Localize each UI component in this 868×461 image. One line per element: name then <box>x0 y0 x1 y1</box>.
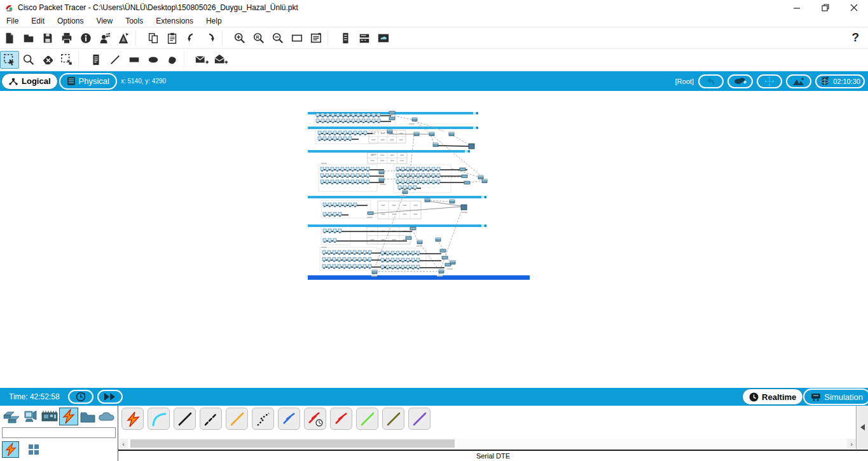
draw-freeform-tool-button[interactable] <box>163 51 182 69</box>
elapsed-time: Time: 42:52:58 <box>9 392 60 401</box>
menu-item-file[interactable]: File <box>0 15 25 27</box>
category-end-devices[interactable] <box>21 408 40 425</box>
zoom-in-button[interactable] <box>230 29 249 47</box>
add-complex-pdu-button[interactable] <box>211 51 230 69</box>
cluster-cloud-icon <box>733 76 747 86</box>
connection-automatic[interactable] <box>121 408 144 430</box>
category-network-devices[interactable] <box>2 408 21 425</box>
scroll-right-arrow[interactable]: › <box>847 439 856 448</box>
simulation-icon <box>811 392 821 401</box>
connection-usb[interactable] <box>408 408 431 430</box>
print-button[interactable] <box>57 29 76 47</box>
custom-devices-dialog-button[interactable] <box>307 29 326 47</box>
scroll-left-arrow[interactable]: ‹ <box>119 439 128 448</box>
undo-button[interactable] <box>182 29 201 47</box>
paste-button[interactable] <box>163 29 182 47</box>
zoom-out-button[interactable] <box>268 29 287 47</box>
menu-item-tools[interactable]: Tools <box>119 15 149 27</box>
save-button[interactable] <box>38 29 57 47</box>
back-button[interactable] <box>698 74 724 88</box>
copy-button[interactable] <box>144 29 163 47</box>
topology-canvas <box>0 91 868 388</box>
draw-rectangle-tool-button[interactable] <box>125 51 144 69</box>
window-title: Cisco Packet Tracer - C:\Users\ÜNLÜ\Desk… <box>18 3 298 12</box>
activity-wizard-button[interactable] <box>95 29 114 47</box>
category-miscellaneous[interactable] <box>78 408 97 425</box>
inspect-tool-button[interactable] <box>19 51 38 69</box>
delete-tool-button[interactable] <box>38 51 57 69</box>
draw-line-tool-button[interactable] <box>106 51 125 69</box>
open-file-button[interactable] <box>19 29 38 47</box>
environment-time: 02:10:30 <box>833 78 860 85</box>
connection-serial-dce[interactable] <box>304 408 326 430</box>
redo-button[interactable] <box>201 29 220 47</box>
subcategory-connections[interactable] <box>2 441 19 458</box>
connection-console[interactable] <box>148 408 170 430</box>
background-image-icon <box>792 77 805 86</box>
connection-fiber[interactable] <box>226 408 248 430</box>
move-object-button[interactable] <box>757 74 782 88</box>
restore-button[interactable] <box>811 0 839 15</box>
menu-item-options[interactable]: Options <box>51 15 90 27</box>
device-template-manager-button[interactable] <box>336 29 355 47</box>
connection-copper-straight-through[interactable] <box>174 408 196 430</box>
category-components[interactable] <box>40 408 59 425</box>
category-connections[interactable] <box>59 408 78 425</box>
tab-simulation[interactable]: Simulation <box>803 389 868 405</box>
device-type-palette <box>0 406 118 461</box>
connection-iot-custom-cable[interactable] <box>382 408 404 430</box>
drawing-palette-button[interactable] <box>287 29 307 47</box>
resize-shape-tool-button[interactable] <box>57 51 76 69</box>
add-simple-pdu-button[interactable] <box>192 51 211 69</box>
draw-ellipse-tool-button[interactable] <box>144 51 163 69</box>
multiuser-wizard-button[interactable] <box>114 29 134 47</box>
tab-physical[interactable]: Physical <box>59 73 117 90</box>
scrollbar-thumb[interactable] <box>130 439 455 448</box>
cloud-image-button[interactable] <box>374 29 393 47</box>
connection-scrollbar[interactable]: ‹ › <box>119 439 856 448</box>
collapse-left-icon <box>860 423 865 431</box>
svg-text:R: R <box>256 34 260 40</box>
device-view-button[interactable] <box>355 29 374 47</box>
menu-item-extensions[interactable]: Extensions <box>149 15 200 27</box>
tab-logical[interactable]: Logical <box>1 73 58 90</box>
new-cluster-button[interactable] <box>727 74 753 88</box>
tab-realtime[interactable]: Realtime <box>742 389 803 405</box>
realtime-clock-icon <box>749 392 759 402</box>
workspace-bar: Logical Physical x: 5140, y: 4290 [Root]… <box>0 71 868 91</box>
info-button[interactable] <box>76 29 95 47</box>
connection-serial-dte[interactable] <box>330 408 352 430</box>
minimize-button[interactable] <box>782 0 811 15</box>
zoom-reset-button[interactable]: R <box>249 29 268 47</box>
main-toolbar: R ? <box>0 28 868 49</box>
menu-item-help[interactable]: Help <box>200 15 228 27</box>
menu-item-view[interactable]: View <box>90 15 119 27</box>
logical-icon <box>8 77 18 86</box>
connection-type-row <box>119 406 856 430</box>
connection-coaxial[interactable] <box>278 408 300 430</box>
globe-clock-icon <box>820 76 830 86</box>
select-tool-button[interactable] <box>0 51 19 69</box>
root-breadcrumb: [Root] <box>675 78 694 85</box>
workspace-canvas[interactable] <box>0 91 868 388</box>
physical-icon <box>67 76 76 86</box>
set-background-button[interactable] <box>786 74 811 88</box>
power-cycle-button[interactable] <box>68 390 93 404</box>
selected-connection-label: Serial DTE <box>476 452 510 460</box>
help-button[interactable]: ? <box>851 31 859 45</box>
environment-clock-button[interactable]: 02:10:30 <box>815 74 865 88</box>
connection-copper-cross-over[interactable] <box>200 408 222 430</box>
app-logo-icon <box>4 3 13 12</box>
subcategory-grid[interactable] <box>24 441 43 458</box>
fast-forward-button[interactable] <box>97 390 123 404</box>
category-multiuser[interactable] <box>97 408 116 425</box>
connection-octal[interactable] <box>356 408 378 430</box>
panel-collapse-strip[interactable] <box>857 406 868 449</box>
tools-toolbar <box>0 50 868 71</box>
close-button[interactable] <box>839 0 868 15</box>
device-filter-input[interactable] <box>2 427 116 438</box>
menu-item-edit[interactable]: Edit <box>25 15 51 27</box>
new-file-button[interactable] <box>0 29 19 47</box>
connection-phone[interactable] <box>252 408 274 430</box>
place-note-tool-button[interactable] <box>86 51 106 69</box>
